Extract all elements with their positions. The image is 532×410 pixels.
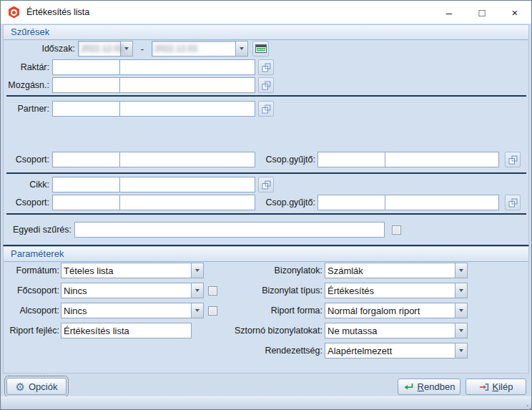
- article-code-input[interactable]: [52, 177, 120, 192]
- documents-row: Bizonylatok:: [118, 263, 468, 278]
- ordering-select[interactable]: [325, 343, 455, 358]
- partner-label: Partner:: [5, 104, 49, 114]
- custom-filter-label: Egyedi szűrés:: [5, 225, 72, 235]
- partner-group-label: Csoport:: [5, 155, 49, 165]
- period-to-value: 2022.12.02.: [154, 44, 200, 54]
- custom-filter-input[interactable]: [74, 222, 385, 238]
- warehouse-row: Raktár:: [4, 59, 528, 75]
- document-type-dropdown-icon[interactable]: [455, 283, 468, 298]
- partner-collector-name-input[interactable]: [385, 152, 499, 167]
- lookup-icon: [262, 63, 271, 72]
- partner-collector-label: Csop.gyűjtő:: [255, 155, 315, 165]
- titlebar: Értékesítés lista – □ ×: [1, 1, 531, 24]
- sub-group-label: Alcsoport:: [5, 306, 59, 316]
- period-to-dropdown-icon[interactable]: [235, 41, 248, 57]
- ordering-row: Rendezettség:: [118, 343, 468, 358]
- partner-group-row: Csoport: Csop.gyűjtő:: [4, 152, 528, 167]
- article-group-name-input[interactable]: [119, 195, 255, 210]
- period-to-input[interactable]: 2022.12.02.: [152, 41, 236, 57]
- filters-header: Szűrések: [4, 25, 528, 40]
- storno-select[interactable]: [325, 323, 455, 338]
- report-header-label: Riport fejléc:: [5, 326, 59, 336]
- partner-group-name-input[interactable]: [119, 152, 255, 167]
- lookup-icon: [262, 180, 271, 190]
- article-label: Cikk:: [5, 180, 49, 190]
- movement-row: Mozgásn.:: [4, 77, 528, 93]
- minimize-icon[interactable]: –: [433, 1, 466, 24]
- options-button[interactable]: ⚙ Opciók: [6, 378, 66, 395]
- movement-name-input[interactable]: [119, 77, 255, 93]
- parameters-header: Paraméterek: [4, 247, 528, 262]
- format-label: Formátum:: [5, 265, 59, 275]
- custom-filter-checkbox[interactable]: [392, 225, 401, 235]
- period-from-value: 2022.12.02.: [81, 44, 126, 54]
- period-from-input[interactable]: 2022.12.02.: [78, 41, 121, 57]
- document-type-row: Bizonylat típus:: [118, 283, 468, 298]
- window-title: Értékesítés lista: [26, 7, 89, 17]
- exit-button-label: Kilép: [493, 381, 513, 392]
- article-lookup-button[interactable]: [258, 177, 274, 192]
- documents-dropdown-icon[interactable]: [455, 263, 468, 278]
- filters-group: Szűrések Időszak: 2022.12.02. - 2022.12.…: [3, 24, 529, 246]
- return-arrow-icon: [403, 383, 414, 391]
- article-collector-code-input[interactable]: [317, 195, 385, 210]
- report-form-dropdown-icon[interactable]: [455, 303, 468, 318]
- partner-row: Partner:: [4, 101, 528, 117]
- app-icon: [8, 6, 20, 19]
- maximize-icon[interactable]: □: [466, 1, 498, 24]
- warehouse-name-input[interactable]: [119, 59, 255, 75]
- article-group-code-input[interactable]: [52, 195, 120, 210]
- article-group-label: Csoport:: [5, 197, 49, 208]
- ok-button-label: Rendben: [418, 381, 455, 392]
- gear-icon: ⚙: [16, 381, 25, 392]
- report-form-row: Riport forma:: [118, 303, 468, 318]
- divider: [6, 95, 526, 97]
- article-row: Cikk:: [4, 177, 528, 192]
- documents-select[interactable]: [325, 263, 455, 278]
- movement-code-input[interactable]: [52, 77, 120, 93]
- ordering-dropdown-icon[interactable]: [455, 343, 468, 358]
- partner-group-code-input[interactable]: [52, 152, 120, 167]
- options-button-label: Opciók: [29, 381, 57, 392]
- warehouse-label: Raktár:: [5, 62, 49, 72]
- close-icon[interactable]: ×: [498, 1, 531, 24]
- partner-collector-lookup-button[interactable]: [505, 152, 521, 167]
- calendar-icon: [255, 44, 267, 54]
- storno-dropdown-icon[interactable]: [455, 323, 468, 338]
- partner-lookup-button[interactable]: [258, 101, 274, 117]
- status-bar: [1, 396, 531, 409]
- warehouse-lookup-button[interactable]: [258, 59, 274, 75]
- partner-code-input[interactable]: [52, 101, 120, 117]
- article-name-input[interactable]: [119, 177, 255, 192]
- documents-label: Bizonylatok:: [119, 265, 322, 275]
- calendar-button[interactable]: [252, 41, 269, 57]
- article-collector-label: Csop.gyűjtő:: [255, 197, 315, 208]
- lookup-icon: [508, 198, 518, 208]
- report-form-label: Riport forma:: [119, 306, 322, 316]
- ok-button[interactable]: Rendben: [398, 379, 460, 395]
- sales-list-window: Értékesítés lista – □ × Szűrések Időszak…: [0, 0, 532, 410]
- article-collector-name-input[interactable]: [385, 195, 499, 210]
- partner-name-input[interactable]: [119, 101, 255, 117]
- article-collector-lookup-button[interactable]: [505, 195, 521, 210]
- custom-filter-row: Egyedi szűrés:: [4, 222, 528, 238]
- movement-lookup-button[interactable]: [258, 77, 274, 93]
- storno-label: Sztornó bizonylatokat:: [119, 326, 322, 336]
- period-label: Időszak:: [5, 44, 75, 54]
- divider: [6, 172, 526, 174]
- article-group-row: Csoport: Csop.gyűjtő:: [4, 195, 528, 210]
- exit-button[interactable]: Kilép: [466, 379, 526, 395]
- warehouse-code-input[interactable]: [52, 59, 120, 75]
- client-area: Szűrések Időszak: 2022.12.02. - 2022.12.…: [1, 24, 531, 409]
- period-row: Időszak: 2022.12.02. - 2022.12.02.: [4, 41, 528, 57]
- report-form-select[interactable]: [325, 303, 455, 318]
- window-controls: – □ ×: [433, 1, 531, 24]
- document-type-label: Bizonylat típus:: [119, 285, 322, 296]
- partner-collector-code-input[interactable]: [317, 152, 385, 167]
- storno-row: Sztornó bizonylatokat:: [118, 323, 468, 338]
- ordering-label: Rendezettség:: [119, 346, 322, 356]
- resize-grip-icon[interactable]: [527, 405, 528, 406]
- lookup-icon: [508, 155, 518, 165]
- parameters-group: Paraméterek Formátum: Főcsoport: Alcsopo…: [3, 246, 529, 374]
- document-type-select[interactable]: [325, 283, 455, 298]
